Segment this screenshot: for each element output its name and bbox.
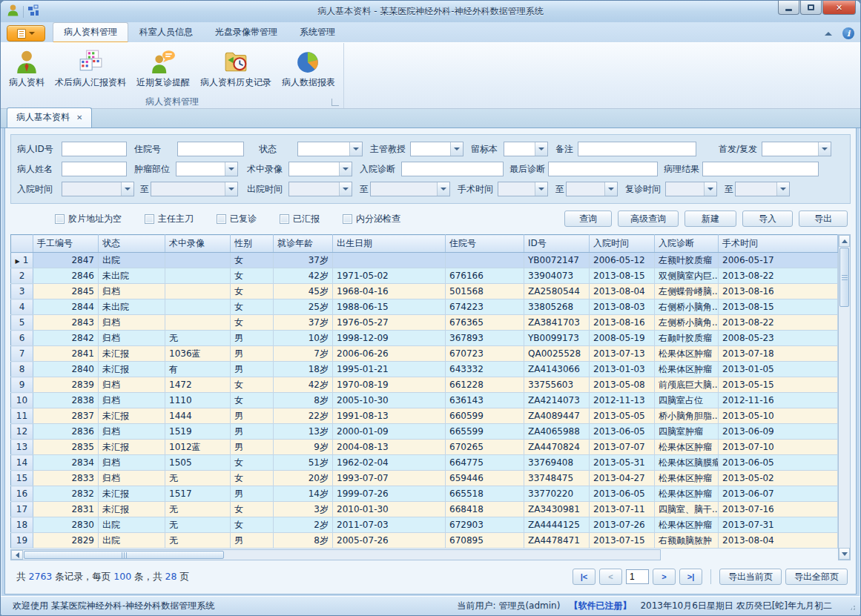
table-row[interactable]: 132835未汇报1012蓝男9岁2004-08-13670265ZA44708… — [11, 440, 838, 455]
row-header[interactable]: 19 — [11, 533, 33, 549]
grid-cell[interactable]: 2833 — [33, 471, 99, 486]
grid-cell[interactable]: 676166 — [446, 268, 524, 284]
first-recurrence-select[interactable] — [762, 142, 831, 156]
grid-cell[interactable]: 松果体区肿瘤 — [655, 471, 719, 486]
table-row[interactable]: 42844未出院女25岁1988-06-15674223338052682013… — [11, 299, 838, 315]
grid-cell[interactable]: 1444 — [165, 408, 231, 424]
column-header[interactable]: ID号 — [524, 235, 590, 253]
followup-date-to[interactable] — [735, 182, 790, 196]
table-row[interactable]: 62842归档无男10岁1998-12-09367893YB0099173200… — [11, 331, 838, 346]
grid-cell[interactable]: 665599 — [446, 424, 524, 440]
grid-cell[interactable]: ZA4470824 — [524, 440, 590, 455]
grid-cell[interactable]: 出院 — [99, 533, 165, 549]
grid-cell[interactable]: 664775 — [446, 455, 524, 471]
grid-cell[interactable]: 7岁 — [274, 346, 333, 362]
grid-cell[interactable]: 2006-05-12 — [590, 253, 655, 268]
grid-cell[interactable]: 四脑室占位 — [655, 393, 719, 408]
grid-cell[interactable]: 松果体区肿瘤 — [655, 486, 719, 502]
grid-cell[interactable]: 2830 — [33, 517, 99, 533]
page-number-input[interactable] — [626, 569, 649, 584]
discharge-date-to[interactable] — [370, 182, 450, 196]
grid-cell[interactable]: 女 — [231, 268, 274, 284]
grid-cell[interactable]: 1970-08-19 — [333, 377, 446, 393]
column-header[interactable]: 入院时间 — [590, 235, 655, 253]
grid-cell[interactable]: 未汇报 — [99, 440, 165, 455]
grid-cell[interactable]: 2840 — [33, 362, 99, 377]
ribbon-tab-patient-management[interactable]: 病人资料管理 — [53, 22, 128, 42]
grid-cell[interactable]: 33769408 — [524, 455, 590, 471]
grid-cell[interactable]: 2013-06-07 — [719, 486, 838, 502]
grid-cell[interactable]: 2013-07-26 — [590, 517, 655, 533]
checkbox-film-address-empty[interactable]: 胶片地址为空 — [55, 213, 122, 225]
followup-date-from[interactable] — [665, 182, 717, 196]
grid-cell[interactable]: 501568 — [446, 284, 524, 299]
grid-cell[interactable]: 女 — [231, 253, 274, 268]
grid-cell[interactable]: 2013-07-16 — [719, 502, 838, 517]
grid-cell[interactable]: 1012蓝 — [165, 440, 231, 455]
grid-cell[interactable]: 2013-05-31 — [590, 455, 655, 471]
grid-cell[interactable]: 2006-06-26 — [333, 346, 446, 362]
grid-cell[interactable]: 367893 — [446, 331, 524, 346]
grid-cell[interactable]: 3岁 — [274, 502, 333, 517]
grid-cell[interactable]: 14岁 — [274, 486, 333, 502]
grid-cell[interactable]: 女 — [231, 284, 274, 299]
grid-cell[interactable]: 2013-01-05 — [719, 362, 838, 377]
grid-cell[interactable]: 左侧桥小脑角... — [655, 315, 719, 331]
grid-cell[interactable]: 2013-07-10 — [719, 440, 838, 455]
layout-grid-icon[interactable] — [27, 4, 39, 19]
grid-cell[interactable]: 女 — [231, 517, 274, 533]
remarks-input[interactable] — [578, 142, 696, 156]
row-header[interactable]: 5 — [11, 315, 33, 331]
grid-cell[interactable]: 33755603 — [524, 377, 590, 393]
grid-cell[interactable]: 2013-06-05 — [590, 486, 655, 502]
grid-cell[interactable] — [165, 268, 231, 284]
table-row[interactable]: 142834归档1505女51岁1962-02-0466477533769408… — [11, 455, 838, 471]
tab-patient-basic-info[interactable]: 病人基本资料 ✕ — [7, 107, 92, 127]
scroll-down-button[interactable] — [839, 548, 850, 560]
grid-cell[interactable]: 归档 — [99, 471, 165, 486]
grid-cell[interactable]: 2013-08-16 — [590, 315, 655, 331]
grid-cell[interactable]: 1993-07-07 — [333, 471, 446, 486]
table-row[interactable]: 162832未汇报1517男14岁1999-07-266655183377022… — [11, 486, 838, 502]
grid-cell[interactable]: 2013-05-15 — [719, 377, 838, 393]
table-row[interactable]: 72841未汇报1036蓝男7岁2006-06-26670723QA002552… — [11, 346, 838, 362]
grid-cell[interactable]: 674223 — [446, 299, 524, 315]
user-icon[interactable] — [7, 4, 19, 19]
grid-cell[interactable]: 男 — [231, 533, 274, 549]
grid-cell[interactable]: 2013-04-27 — [590, 471, 655, 486]
grid-cell[interactable]: 2013-07-31 — [719, 517, 838, 533]
table-row[interactable]: 82840未汇报有男18岁1995-01-21643332ZA414306620… — [11, 362, 838, 377]
grid-cell[interactable]: 男 — [231, 346, 274, 362]
table-row[interactable]: ▶12847出院女37岁YB00721472006-05-12左额叶胶质瘤200… — [11, 253, 838, 268]
grid-cell[interactable]: 51岁 — [274, 455, 333, 471]
import-button[interactable]: 导入 — [742, 211, 793, 227]
grid-cell[interactable]: 659446 — [446, 471, 524, 486]
grid-cell[interactable]: 1988-06-15 — [333, 299, 446, 315]
grid-cell[interactable]: 2845 — [33, 284, 99, 299]
grid-cell[interactable]: 桥小脑角胆脂... — [655, 408, 719, 424]
registered-badge[interactable]: 【软件已注册】 — [569, 600, 631, 612]
row-header[interactable]: 2 — [11, 268, 33, 284]
row-header[interactable]: 12 — [11, 424, 33, 440]
patient-id-input[interactable] — [62, 142, 127, 156]
grid-cell[interactable]: 女 — [231, 471, 274, 486]
grid-cell[interactable]: ZA2580544 — [524, 284, 590, 299]
tumor-site-select[interactable] — [176, 162, 238, 176]
grid-cell[interactable]: 2013-01-03 — [590, 362, 655, 377]
table-row[interactable]: 92839归档1472女42岁1970-08-19661228337556032… — [11, 377, 838, 393]
grid-cell[interactable]: 归档 — [99, 424, 165, 440]
grid-cell[interactable]: 2012-11-16 — [719, 393, 838, 408]
grid-cell[interactable] — [165, 315, 231, 331]
grid-cell[interactable]: 2832 — [33, 486, 99, 502]
grid-cell[interactable]: 出院 — [99, 253, 165, 268]
table-row[interactable]: 182830出院无女2岁2011-07-03672903ZA4444125201… — [11, 517, 838, 533]
grid-cell[interactable]: 2829 — [33, 533, 99, 549]
grid-cell[interactable]: ZA4089447 — [524, 408, 590, 424]
grid-cell[interactable]: 18岁 — [274, 362, 333, 377]
close-button[interactable]: ✕ — [822, 1, 856, 15]
grid-cell[interactable]: 左额叶胶质瘤 — [655, 253, 719, 268]
info-icon[interactable]: i — [842, 27, 854, 39]
row-header[interactable]: 8 — [11, 362, 33, 377]
grid-cell[interactable]: 2831 — [33, 502, 99, 517]
grid-cell[interactable]: 33770220 — [524, 486, 590, 502]
